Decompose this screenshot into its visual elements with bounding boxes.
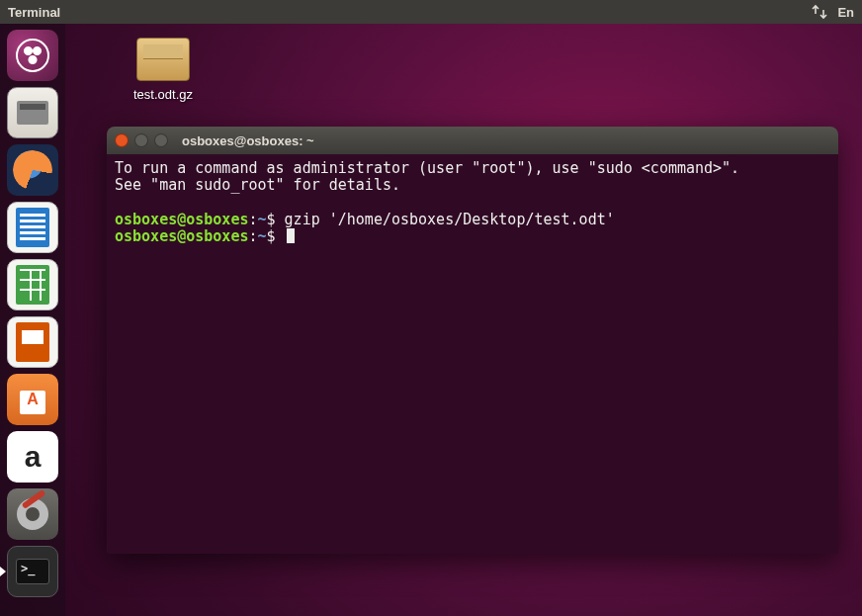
terminal-command-1: gzip '/home/osboxes/Desktop/test.odt' <box>285 211 615 228</box>
window-title: osboxes@osboxes: ~ <box>182 133 314 148</box>
prompt-sep: : <box>248 211 257 228</box>
prompt-path: ~ <box>258 227 267 245</box>
launcher-writer-icon[interactable] <box>7 202 58 253</box>
launcher-amazon-icon[interactable]: a <box>7 431 58 483</box>
terminal-intro-line2: See "man sudo_root" for details. <box>115 176 400 194</box>
launcher-settings-icon[interactable] <box>7 488 58 540</box>
terminal-intro-line1: To run a command as administrator (user … <box>115 159 739 177</box>
prompt-symbol: $ <box>267 211 276 228</box>
launcher-software-icon[interactable] <box>7 374 58 425</box>
unity-launcher: a <box>0 24 65 616</box>
network-indicator-icon[interactable] <box>812 4 827 20</box>
prompt-sep: : <box>248 227 257 245</box>
app-title: Terminal <box>8 5 60 20</box>
window-titlebar[interactable]: osboxes@osboxes: ~ <box>107 127 838 154</box>
window-minimize-button[interactable] <box>134 133 148 147</box>
prompt-symbol: $ <box>267 227 276 245</box>
launcher-calc-icon[interactable] <box>7 259 58 310</box>
prompt-path: ~ <box>258 211 267 228</box>
language-indicator[interactable]: En <box>837 5 854 20</box>
prompt-user: osboxes@osboxes <box>115 211 248 228</box>
terminal-cursor <box>287 228 295 243</box>
terminal-window: osboxes@osboxes: ~ To run a command as a… <box>107 127 838 554</box>
archive-icon <box>136 38 190 81</box>
launcher-files-icon[interactable] <box>7 87 58 138</box>
terminal-body[interactable]: To run a command as administrator (user … <box>107 154 838 554</box>
window-maximize-button[interactable] <box>154 133 168 147</box>
launcher-terminal-icon[interactable] <box>7 546 58 597</box>
launcher-dash-icon[interactable] <box>7 30 58 81</box>
prompt-user: osboxes@osboxes <box>115 227 248 245</box>
window-close-button[interactable] <box>115 133 129 147</box>
desktop-file-label: test.odt.gz <box>119 87 208 102</box>
launcher-impress-icon[interactable] <box>7 316 58 368</box>
launcher-firefox-icon[interactable] <box>7 144 58 196</box>
desktop-file-icon[interactable]: test.odt.gz <box>119 38 208 102</box>
top-menubar: Terminal En <box>0 0 862 24</box>
